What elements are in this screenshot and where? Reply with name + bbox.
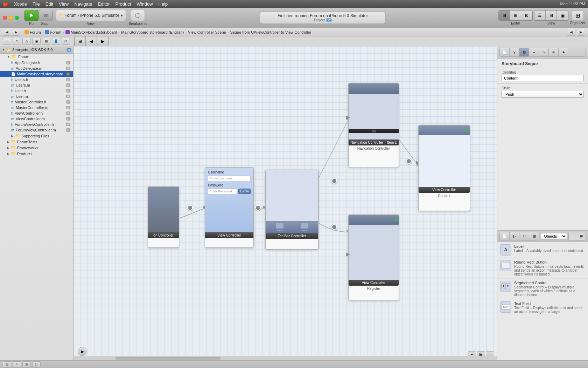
- breakpoints-button[interactable]: ⬡: [131, 10, 145, 21]
- horizontal-scrollbar[interactable]: [74, 356, 497, 360]
- version-editor-btn[interactable]: ⊠: [521, 11, 532, 20]
- add-btn[interactable]: +: [3, 38, 11, 45]
- menu-file[interactable]: File: [33, 1, 40, 7]
- library-tab-code[interactable]: {}: [510, 232, 519, 240]
- library-tab-file[interactable]: 📄: [500, 232, 510, 240]
- inspector-tab-effects[interactable]: ✦: [559, 48, 568, 56]
- minimize-button[interactable]: [9, 16, 13, 20]
- sidebar-item-appdelegate-h[interactable]: h AppDelegate.h A: [0, 60, 73, 66]
- inspector-tab-attributes[interactable]: ⚙: [519, 48, 529, 56]
- show-debug-btn[interactable]: ⊟: [546, 11, 557, 20]
- nav-controller-bottom[interactable]: View Controller Register: [348, 214, 399, 300]
- menu-help[interactable]: Help: [159, 1, 168, 7]
- stop-button[interactable]: [39, 10, 53, 21]
- segue-dot-2[interactable]: [255, 205, 261, 211]
- bottom-btn-4[interactable]: □: [32, 361, 41, 368]
- nav-controller-top[interactable]: Navigation Controller – Item 1 Navigatio…: [348, 83, 399, 167]
- content-view-controller[interactable]: View Controller Content: [418, 125, 470, 211]
- sidebar-group-forum[interactable]: ▼ 📁 Forum: [0, 54, 73, 60]
- library-tab-object[interactable]: ⊙: [519, 232, 529, 240]
- storyboard-canvas[interactable]: on Controller Username Enter Username Pa…: [74, 46, 497, 360]
- sidebar-item-mainstoryboard[interactable]: 📄 MainStoryboard.storyboard A: [0, 71, 73, 77]
- canvas-storyboard-btn[interactable]: ⊞: [75, 36, 86, 46]
- segue-dot-3[interactable]: [331, 178, 337, 184]
- menu-window[interactable]: Window: [136, 1, 153, 7]
- breadcrumb-storyboard[interactable]: MainStoryboard.storyboard: [65, 30, 117, 34]
- sidebar-item-forumviewcontroller-m[interactable]: m ForumViewController.m A: [0, 127, 73, 133]
- authors-btn[interactable]: 👤: [52, 38, 60, 45]
- canvas-next-btn[interactable]: ▶: [97, 36, 108, 46]
- jump-to-btn[interactable]: ⟳: [62, 38, 70, 45]
- grid-view-btn[interactable]: ⊞: [577, 232, 586, 240]
- breadcrumb-forum-icon[interactable]: Forum: [24, 30, 41, 34]
- hierarchy-btn[interactable]: ⊞: [42, 38, 50, 45]
- menu-edit[interactable]: Edit: [46, 1, 53, 7]
- tab-bar-controller[interactable]: Item Item Tab Bar Controller: [265, 170, 318, 250]
- sidebar-item-users-m[interactable]: m Users.m A: [0, 82, 73, 88]
- sidebar-item-user-h[interactable]: h User.h A: [0, 88, 73, 94]
- inspector-tab-bindings[interactable]: ≡: [549, 48, 559, 56]
- library-filter-select[interactable]: Objects: [541, 233, 567, 239]
- sidebar-item-frameworks[interactable]: ▶ 📁 Frameworks: [0, 145, 73, 151]
- inspector-tab-size[interactable]: ↔: [529, 48, 539, 56]
- bottom-btn-1[interactable]: ⊟: [3, 361, 11, 368]
- breadcrumb-back[interactable]: ◀: [3, 29, 11, 36]
- inspector-tab-connections[interactable]: ○: [539, 48, 549, 56]
- standard-editor-btn[interactable]: ⊟: [499, 11, 510, 20]
- sidebar-item-user-m[interactable]: m User.m A: [0, 94, 73, 99]
- menu-editor[interactable]: Editor: [98, 1, 110, 7]
- canvas-prev-btn[interactable]: ◀: [86, 36, 97, 46]
- library-item-textfield[interactable]: Text Text Field Text Field – Displays ed…: [497, 299, 588, 316]
- canvas-play-button[interactable]: ▶: [78, 347, 87, 356]
- library-item-button[interactable]: Round Rect Button Round Rect Button – In…: [497, 258, 588, 279]
- show-utilities-btn[interactable]: ▣: [557, 11, 568, 20]
- run-button[interactable]: [24, 10, 38, 21]
- sidebar-item-mastercontroller-m[interactable]: m MasterController.m A: [0, 105, 73, 110]
- inspector-tab-file[interactable]: 📄: [500, 48, 510, 56]
- segue-dot-1[interactable]: [187, 205, 193, 211]
- style-select[interactable]: Push Modal Custom: [502, 91, 584, 98]
- sidebar-item-forumviewcontroller-h[interactable]: h ForumViewController.h A: [0, 122, 73, 127]
- library-item-label[interactable]: A Label Label – A variably sized amount …: [497, 242, 588, 258]
- sidebar-item-supporting-files[interactable]: ▶ 📁 Supporting Files: [0, 133, 73, 139]
- sidebar-item-forumtests[interactable]: ▶ 📁 ForumTests: [0, 139, 73, 145]
- breadcrumb-english[interactable]: MainStoryboard.storyboard (English): [121, 30, 184, 34]
- sidebar-item-appdelegate-m[interactable]: m AppDelegate.m A: [0, 66, 73, 71]
- breadcrumb-toggle-left[interactable]: ◀: [567, 29, 575, 36]
- assistant-editor-btn[interactable]: ⊞: [510, 11, 521, 20]
- segue-dot-4[interactable]: [331, 224, 337, 230]
- sidebar-item-viewcontroller-h[interactable]: h ViewController.h A: [0, 110, 73, 116]
- organizer-button[interactable]: ⊞: [572, 11, 583, 20]
- library-tab-media[interactable]: ▦: [529, 232, 539, 240]
- menu-product[interactable]: Product: [115, 1, 131, 7]
- show-only-btn[interactable]: ◉: [32, 38, 41, 45]
- menu-navigate[interactable]: Navigate: [74, 1, 92, 7]
- issues-btn[interactable]: ⚠: [22, 38, 31, 45]
- scrollbar-thumb[interactable]: [115, 357, 220, 360]
- bottom-btn-2[interactable]: ≡: [13, 361, 21, 368]
- menu-xcode[interactable]: Xcode: [14, 1, 27, 7]
- list-view-btn[interactable]: ☰: [569, 232, 577, 240]
- login-button[interactable]: Log In: [238, 189, 251, 194]
- bottom-btn-3[interactable]: ⊞: [22, 361, 31, 368]
- sidebar-item-products[interactable]: ▶ 📁 Products: [0, 151, 73, 157]
- show-navigator-btn[interactable]: ☰: [534, 11, 546, 20]
- apple-menu[interactable]: 🍎: [3, 1, 8, 7]
- breadcrumb-scene[interactable]: View Controller Scene: [188, 30, 226, 34]
- password-field[interactable]: Enter Password: [208, 189, 237, 194]
- identifier-input[interactable]: [502, 75, 584, 81]
- breadcrumb-forum-group[interactable]: Forum: [45, 30, 61, 34]
- segue-dot-5[interactable]: [406, 158, 412, 164]
- scheme-selector[interactable]: 📁 Forum › iPhone 5.0 Simulator ▾: [56, 10, 126, 21]
- username-field[interactable]: Enter Username: [208, 176, 251, 181]
- breadcrumb-segue[interactable]: Segue from UIViewController to View Cont…: [230, 30, 311, 34]
- sidebar-item-users-h[interactable]: h Users.h A: [0, 77, 73, 82]
- breadcrumb-forward[interactable]: ▶: [12, 29, 20, 36]
- close-button[interactable]: [3, 16, 7, 20]
- breadcrumb-toggle-right[interactable]: ▶: [577, 29, 585, 36]
- inspector-tab-help[interactable]: ?: [510, 48, 519, 56]
- sidebar-item-mastercontroller-h[interactable]: h MasterController.h A: [0, 99, 73, 105]
- login-view-controller[interactable]: Username Enter Username Password Enter P…: [205, 167, 254, 248]
- menu-view[interactable]: View: [59, 1, 69, 7]
- library-item-segmented[interactable]: 1 2 Segmented Control Segmented Control …: [497, 279, 588, 299]
